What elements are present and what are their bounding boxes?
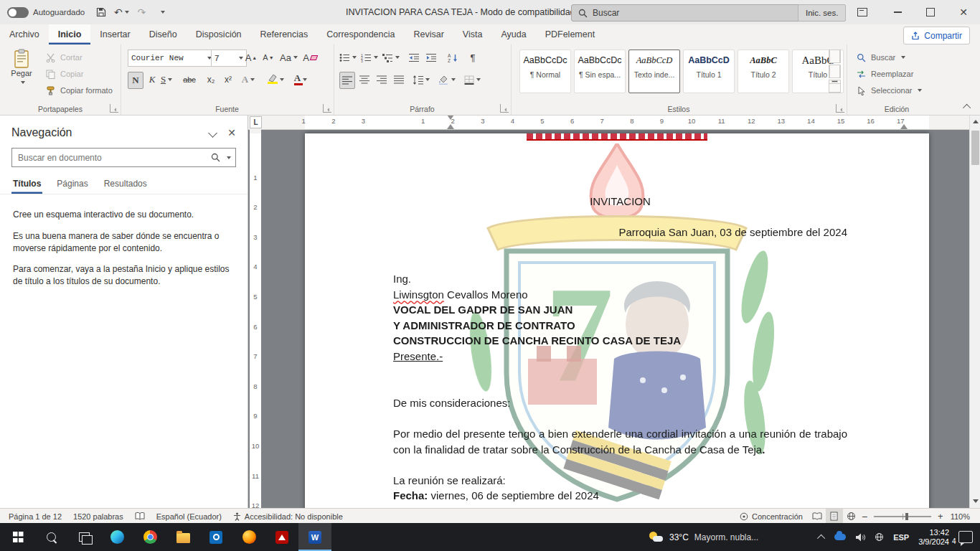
- web-layout-icon[interactable]: [843, 509, 860, 524]
- tab-ayuda[interactable]: Ayuda: [491, 24, 535, 44]
- styles-dialog-launcher[interactable]: [836, 104, 844, 113]
- network-icon[interactable]: [875, 532, 884, 542]
- blank-line[interactable]: [393, 457, 847, 473]
- font-family-combo[interactable]: Courier New: [128, 50, 215, 67]
- blank-line[interactable]: [393, 410, 847, 426]
- document-canvas[interactable]: L 3211234567891011121314151617 123456789…: [248, 115, 969, 508]
- page-indicator[interactable]: Página 1 de 12: [0, 509, 67, 524]
- language-indicator[interactable]: Español (Ecuador): [151, 509, 227, 524]
- scrollbar-thumb[interactable]: [971, 131, 979, 165]
- tab-revisar[interactable]: Revisar: [404, 24, 453, 44]
- blank-line[interactable]: [393, 380, 847, 395]
- style-t-tulo-2[interactable]: AaBbCTítulo 2: [738, 50, 789, 93]
- doc-line[interactable]: Liwinsgton Cevallos Moreno: [393, 287, 847, 303]
- font-size-combo[interactable]: 7: [211, 50, 247, 67]
- doc-line[interactable]: Y ADMINISTRADOR DE CONTRATO: [393, 318, 847, 334]
- tab-pdfelement[interactable]: PDFelement: [536, 24, 604, 44]
- format-painter-button[interactable]: Copiar formato: [44, 83, 113, 98]
- navigation-close-icon[interactable]: ✕: [227, 127, 236, 138]
- tab-stop-selector[interactable]: L: [250, 116, 262, 128]
- tab-referencias[interactable]: Referencias: [251, 24, 318, 44]
- save-icon[interactable]: [92, 3, 110, 22]
- blank-line[interactable]: [393, 255, 847, 271]
- align-right-button[interactable]: [374, 72, 389, 88]
- right-indent-marker[interactable]: [900, 124, 908, 129]
- sort-button[interactable]: AZ: [446, 50, 460, 65]
- maximize-button[interactable]: [914, 0, 947, 24]
- tab-inicio[interactable]: Inicio: [49, 24, 91, 44]
- minimize-button[interactable]: [881, 0, 914, 24]
- align-center-button[interactable]: [357, 72, 372, 88]
- navigation-search-input[interactable]: [17, 152, 207, 164]
- vertical-ruler[interactable]: 123456789101112: [250, 129, 261, 508]
- show-marks-button[interactable]: ¶: [466, 50, 480, 65]
- select-button[interactable]: Seleccionar: [855, 83, 922, 98]
- document-text[interactable]: INVITACION Parroquia San Juan, 03 de sep…: [393, 194, 847, 504]
- doc-line[interactable]: Por medio del presente tengo a bien exte…: [393, 426, 847, 457]
- shading-button[interactable]: [438, 72, 456, 88]
- line-spacing-button[interactable]: [413, 72, 430, 88]
- read-mode-icon[interactable]: [809, 509, 826, 524]
- focus-mode-button[interactable]: Concentración: [734, 509, 809, 524]
- hanging-indent-marker[interactable]: [447, 124, 454, 129]
- zoom-in-icon[interactable]: +: [936, 509, 945, 524]
- ribbon-display-options-icon[interactable]: [848, 0, 877, 24]
- blank-line[interactable]: [393, 364, 847, 380]
- style--normal[interactable]: AaBbCcDc¶ Normal: [519, 50, 571, 93]
- replace-button[interactable]: Reemplazar: [855, 67, 913, 81]
- print-layout-icon[interactable]: [826, 509, 843, 524]
- superscript-button[interactable]: x²: [221, 72, 235, 88]
- doc-line[interactable]: Parroquia San Juan, 03 de septiembre del…: [393, 225, 847, 240]
- style-t-tulo-1[interactable]: AaBbCcDTítulo 1: [683, 50, 735, 93]
- tab-insertar[interactable]: Insertar: [90, 24, 139, 44]
- onedrive-icon[interactable]: [834, 534, 846, 540]
- word-count[interactable]: 1520 palabras: [67, 509, 129, 524]
- doc-line[interactable]: La reunión se realizará:: [393, 473, 847, 489]
- doc-line[interactable]: Presente.-: [393, 349, 847, 364]
- doc-line[interactable]: INVITACION: [393, 194, 847, 209]
- subscript-button[interactable]: x₂: [204, 72, 218, 88]
- document-page[interactable]: 7 INVITACION Parroquia San Juan, 03 de s…: [305, 133, 929, 508]
- nav-tab-resultados[interactable]: Resultados: [103, 174, 149, 194]
- nav-tab-títulos[interactable]: Títulos: [11, 174, 42, 194]
- notifications-icon[interactable]: 4: [958, 531, 973, 543]
- decrease-indent-button[interactable]: [407, 50, 421, 65]
- undo-icon[interactable]: ↶: [112, 3, 131, 22]
- font-dialog-launcher[interactable]: [323, 104, 331, 113]
- clear-formatting-button[interactable]: A: [303, 50, 317, 65]
- share-button[interactable]: Compartir: [903, 27, 970, 44]
- clipboard-dialog-launcher[interactable]: [110, 104, 118, 113]
- style-texto-inde-[interactable]: AaBbCcDTexto inde...: [628, 50, 680, 93]
- first-line-indent-marker[interactable]: [447, 115, 454, 120]
- start-taskbar-icon[interactable]: [1, 523, 34, 551]
- redo-icon[interactable]: ↷: [132, 3, 151, 22]
- zoom-slider[interactable]: [874, 516, 931, 517]
- styles-scroll-up[interactable]: [829, 50, 841, 63]
- task-view-taskbar-icon[interactable]: [67, 523, 100, 551]
- firefox-taskbar-icon[interactable]: [232, 523, 265, 551]
- outlook-taskbar-icon[interactable]: [199, 523, 232, 551]
- tab-disposición[interactable]: Disposición: [187, 24, 251, 44]
- font-color-button[interactable]: A: [291, 72, 310, 88]
- bullets-button[interactable]: [339, 50, 357, 65]
- style--sin-espa-[interactable]: AaBbCcDc¶ Sin espa...: [574, 50, 626, 93]
- grow-font-button[interactable]: A▲: [244, 50, 258, 65]
- blank-line[interactable]: [393, 209, 847, 225]
- find-button[interactable]: Buscar: [855, 50, 905, 65]
- italic-button[interactable]: K: [145, 72, 159, 88]
- taskbar-clock[interactable]: 13:42 3/9/2024: [918, 528, 949, 547]
- underline-button[interactable]: S: [159, 72, 174, 88]
- acrobat-taskbar-icon[interactable]: [265, 523, 298, 551]
- tab-diseño[interactable]: Diseño: [140, 24, 187, 44]
- styles-scroll-down[interactable]: [829, 65, 841, 78]
- file-explorer-taskbar-icon[interactable]: [166, 523, 199, 551]
- styles-more-button[interactable]: [829, 80, 841, 93]
- taskbar-weather[interactable]: 33°C Mayorm. nubla...: [642, 523, 765, 551]
- word-taskbar-icon[interactable]: [298, 523, 331, 551]
- increase-indent-button[interactable]: [424, 50, 438, 65]
- hidden-icons-chevron[interactable]: [817, 534, 825, 542]
- multilevel-list-button[interactable]: [382, 50, 400, 65]
- paragraph-dialog-launcher[interactable]: [500, 104, 509, 113]
- nav-tab-páginas[interactable]: Páginas: [55, 174, 89, 194]
- proofing-icon[interactable]: [129, 509, 151, 524]
